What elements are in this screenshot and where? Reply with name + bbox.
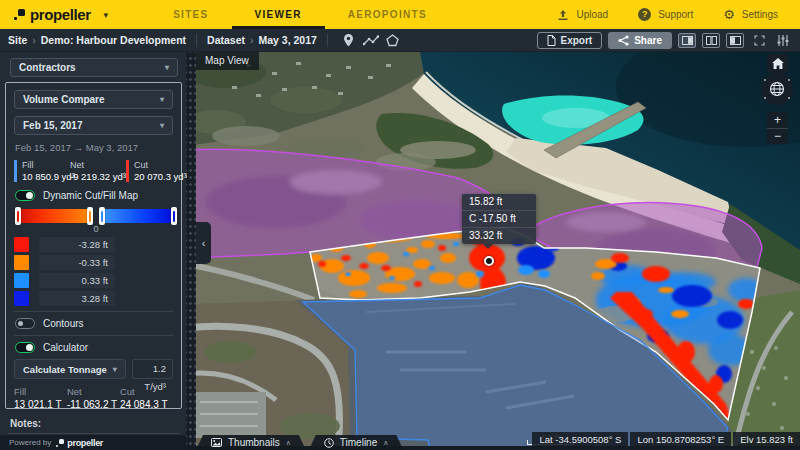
viewer-toolbar: Site › Demo: Harbour Development Dataset… xyxy=(0,29,800,52)
legend-swatch-darkblue xyxy=(14,291,29,306)
split-view-right-button[interactable] xyxy=(678,33,696,48)
gradient-handle[interactable] xyxy=(171,207,177,225)
nav-tab-viewer[interactable]: VIEWER xyxy=(232,0,325,29)
cut-tonnage: Cut 24 084.3 T xyxy=(120,386,173,410)
legend-swatch-red xyxy=(14,237,29,252)
dataset-breadcrumb[interactable]: Dataset › May 3, 2017 xyxy=(207,34,317,46)
support-label: Support xyxy=(658,9,693,20)
zoom-in-button[interactable]: + xyxy=(767,112,788,129)
contractors-dropdown[interactable]: Contractors ▾ xyxy=(10,58,178,77)
chevron-up-icon: ∧ xyxy=(286,439,291,447)
timeline-label: Timeline xyxy=(340,437,377,448)
compare-date-dropdown[interactable]: Feb 15, 2017 ▾ xyxy=(14,116,173,135)
sidebar-collapse-button[interactable]: ‹ xyxy=(196,222,211,264)
zoom-control: + − xyxy=(767,112,788,144)
brand-caret-icon[interactable]: ▾ xyxy=(104,10,109,20)
layers-settings-button[interactable] xyxy=(774,33,792,48)
upload-label: Upload xyxy=(576,9,608,20)
toggle-on-icon[interactable] xyxy=(15,190,35,201)
toggle-off-icon[interactable] xyxy=(15,318,35,329)
cutfill-tooltip: 15.82 ft C -17.50 ft 33.32 ft xyxy=(462,194,536,244)
legend-row: 3.28 ft xyxy=(14,291,173,306)
gradient-handle[interactable] xyxy=(99,207,105,225)
legend-value[interactable]: -3.28 ft xyxy=(39,237,115,252)
two-pane-icon xyxy=(706,36,717,45)
dynamic-cutfill-label: Dynamic Cut/Fill Map xyxy=(43,190,138,201)
propeller-logo[interactable]: propeller ▾ xyxy=(14,6,108,23)
density-input[interactable]: 1.2 T/yd³ xyxy=(132,359,173,379)
cut-gradient-bar[interactable] xyxy=(17,209,91,223)
site-label: Site xyxy=(8,34,27,46)
cutfill-legend: -3.28 ft -0.33 ft 0.33 ft 3.28 ft xyxy=(14,237,173,306)
site-breadcrumb[interactable]: Site › Demo: Harbour Development xyxy=(8,34,186,46)
compass-tick xyxy=(764,97,766,99)
propeller-logo-icon xyxy=(14,9,25,20)
thumbnails-tab[interactable]: Thumbnails ∧ xyxy=(196,435,306,450)
legend-value[interactable]: 3.28 ft xyxy=(39,291,115,306)
notes-input[interactable] xyxy=(8,433,180,434)
gradient-handle[interactable] xyxy=(15,207,21,225)
clock-icon xyxy=(324,438,334,448)
support-button[interactable]: ? Support xyxy=(638,8,693,21)
calculate-tonnage-dropdown[interactable]: Calculate Tonnage ▾ xyxy=(14,359,126,379)
map-view-label: Map View xyxy=(196,52,259,70)
upload-button[interactable]: Upload xyxy=(557,9,608,21)
toolbar-divider xyxy=(196,34,197,47)
marker-tool-button[interactable] xyxy=(338,32,360,48)
tooltip-fill-value: 15.82 ft xyxy=(462,194,536,211)
net-label: Net xyxy=(70,160,126,170)
timeline-tab[interactable]: Timeline ∧ xyxy=(309,435,404,450)
propeller-logo-icon xyxy=(56,439,64,447)
fullscreen-button[interactable] xyxy=(750,33,768,48)
powered-by-bar: Powered by propeller xyxy=(0,435,186,450)
fill-label: Fill xyxy=(22,160,68,170)
coordinate-readout: Lat -34.5900508° S Lon 150.8708253° E El… xyxy=(532,432,800,447)
home-icon xyxy=(772,58,784,69)
compass-control[interactable] xyxy=(761,73,793,105)
gear-icon: ⚙ xyxy=(723,8,735,21)
legend-value[interactable]: -0.33 ft xyxy=(39,255,115,270)
nav-tab-sites[interactable]: SITES xyxy=(150,0,231,29)
cut-volume: Cut 20 070.3 yd³ xyxy=(126,160,182,182)
chevron-down-icon: ▾ xyxy=(160,95,164,104)
share-label: Share xyxy=(634,35,662,46)
dynamic-cutfill-toggle-row[interactable]: Dynamic Cut/Fill Map xyxy=(15,190,173,201)
tool-dropdown[interactable]: Volume Compare ▾ xyxy=(14,90,173,109)
split-view-dual-button[interactable] xyxy=(702,33,720,48)
polygon-tool-button[interactable] xyxy=(382,32,404,48)
toggle-on-icon[interactable] xyxy=(15,342,35,353)
toolbar-right-group: Export Share xyxy=(537,32,792,49)
map-canvas[interactable]: ‹ Map View + − 15.82 ft C -17.50 ft 33.3… xyxy=(186,52,800,450)
chevron-down-icon: ▾ xyxy=(113,365,117,374)
site-value: Demo: Harbour Development xyxy=(41,34,186,46)
gradient-handle[interactable] xyxy=(87,207,93,225)
section-divider xyxy=(14,335,173,336)
cut-tonnage-label: Cut xyxy=(120,386,173,397)
contours-label: Contours xyxy=(43,318,84,329)
home-view-button[interactable] xyxy=(767,54,788,73)
compass-tick xyxy=(764,79,766,81)
chevron-up-icon: ∧ xyxy=(383,439,388,447)
share-button[interactable]: Share xyxy=(608,32,672,49)
pentagon-icon xyxy=(386,34,399,47)
gradient-zero-label: 0 xyxy=(89,224,103,234)
contours-toggle-row[interactable]: Contours xyxy=(15,318,173,329)
powered-brand-name: propeller xyxy=(67,438,103,448)
fill-value: 10 850.9 yd³ xyxy=(22,171,68,182)
export-button[interactable]: Export xyxy=(537,32,603,49)
tonnage-results: Fill 13 021.1 T Net -11 063.2 T Cut 24 0… xyxy=(14,386,173,410)
split-view-left-button[interactable] xyxy=(726,33,744,48)
zoom-out-button[interactable]: − xyxy=(767,129,788,145)
fill-gradient-bar[interactable] xyxy=(101,209,175,223)
polyline-icon xyxy=(363,35,379,46)
legend-value[interactable]: 0.33 ft xyxy=(39,273,115,288)
legend-swatch-lightblue xyxy=(14,273,29,288)
calculator-toggle-row[interactable]: Calculator xyxy=(15,342,173,353)
line-tool-button[interactable] xyxy=(360,32,382,48)
tooltip-cut-value: C -17.50 ft xyxy=(462,211,536,228)
section-divider xyxy=(14,311,173,312)
net-value: -9 219.32 yd³ xyxy=(70,171,126,182)
nav-tab-aeropoints[interactable]: AEROPOINTS xyxy=(325,0,450,29)
settings-button[interactable]: ⚙ Settings xyxy=(723,8,778,21)
sidebar-resize-handle[interactable] xyxy=(186,52,196,450)
